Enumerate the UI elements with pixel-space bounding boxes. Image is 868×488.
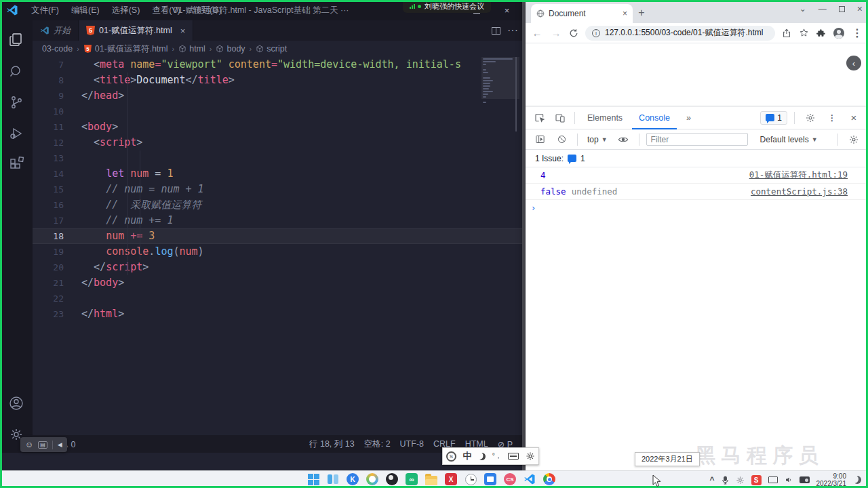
task-view-button[interactable] [326, 472, 340, 486]
source-link[interactable]: contentScript.js:38 [751, 186, 859, 197]
devtools-close-icon[interactable]: × [845, 109, 863, 127]
app-ring-icon[interactable] [366, 472, 379, 486]
menu-item[interactable]: ··· [228, 0, 249, 20]
code-line[interactable]: 15 // num = num + 1 [33, 182, 522, 197]
code-line[interactable]: 14 let num = 1 [33, 166, 522, 182]
extensions-icon[interactable] [0, 149, 33, 180]
clear-console-icon[interactable] [553, 131, 570, 148]
code-line[interactable]: 9</head> [33, 88, 522, 104]
minimize-button[interactable]: — [818, 4, 827, 14]
tab-elements[interactable]: Elements [580, 106, 629, 129]
back-icon[interactable]: ← [531, 27, 543, 39]
explorer-icon[interactable] [0, 24, 33, 56]
more-panels-icon[interactable]: » [679, 106, 698, 129]
sogou-tray-icon[interactable]: S [751, 475, 762, 485]
tray-clock[interactable]: 9:002022/3/21 [816, 472, 847, 487]
camera-icon[interactable] [800, 476, 810, 483]
code-line[interactable]: 12 <script> [33, 135, 522, 150]
browser-tab[interactable]: Document × [531, 4, 633, 23]
status-item[interactable]: UTF-8 [400, 439, 424, 449]
console-settings-icon[interactable] [845, 131, 863, 148]
menu-dots-icon[interactable]: ⋮ [852, 26, 863, 39]
code-line[interactable]: 8 <title>Document</title> [33, 73, 522, 88]
tab-close-icon[interactable]: × [623, 9, 627, 18]
night-mode-moon-icon[interactable] [853, 476, 861, 484]
breadcrumb-folder[interactable]: 03-code [42, 44, 73, 54]
breadcrumb[interactable]: 03-code › 5 01-赋值运算符.html › html › body … [33, 41, 522, 57]
chrome-taskbar-icon[interactable] [542, 472, 556, 486]
tab-console[interactable]: Console [632, 106, 677, 129]
code-line[interactable]: 21</body> [33, 275, 522, 291]
code-line[interactable]: 23</html> [33, 306, 522, 322]
console-sidebar-icon[interactable] [531, 131, 549, 148]
code-line[interactable]: 11<body> [33, 119, 522, 135]
annotation-toolbar[interactable]: ☺ ▤ ◀ [20, 437, 67, 452]
menu-item[interactable]: 编辑(E) [65, 0, 106, 20]
code-line[interactable]: 20 </script> [33, 260, 522, 275]
menu-item[interactable]: 转到(G) [186, 0, 228, 20]
editor-scrollbar[interactable] [515, 57, 517, 131]
sogou-logo-icon[interactable]: S [446, 451, 456, 462]
menu-item[interactable]: 文件(F) [25, 0, 65, 20]
status-item[interactable]: 空格: 2 [364, 439, 391, 450]
new-tab-button[interactable]: + [633, 4, 650, 22]
log-levels-selector[interactable]: Default levels▼ [757, 135, 821, 144]
keyboard-icon[interactable] [508, 453, 519, 460]
ime-toolbar[interactable]: S 中 °， [442, 447, 539, 465]
collapse-arrow-icon[interactable]: ◀ [58, 441, 62, 448]
address-bar[interactable]: i 127.0.0.1:5500/03-code/01-赋值运算符.html [585, 26, 775, 41]
microphone-icon[interactable] [722, 476, 729, 485]
split-editor-icon[interactable] [492, 27, 500, 35]
code-line[interactable]: 18 num += 3 [33, 228, 522, 244]
forward-icon[interactable]: → [550, 27, 562, 39]
punctuation-icon[interactable]: °， [492, 451, 502, 461]
devtools-settings-icon[interactable] [802, 109, 819, 127]
menu-item[interactable]: 查看(V) [146, 0, 186, 20]
breadcrumb-script[interactable]: script [267, 44, 287, 54]
code-line[interactable]: 22 [33, 291, 522, 306]
account-icon[interactable] [0, 388, 33, 419]
bookmark-star-icon[interactable] [799, 28, 809, 38]
app-loop-icon[interactable]: ∞ [405, 472, 418, 486]
tab-close-icon[interactable]: × [180, 26, 186, 36]
app-photo-icon[interactable] [484, 472, 497, 486]
start-button[interactable] [307, 472, 320, 486]
meeting-overlay[interactable]: 刘晓强的快速会议 [403, 0, 491, 13]
close-button[interactable]: × [492, 0, 522, 20]
device-toolbar-icon[interactable] [551, 109, 569, 127]
obs-studio-icon[interactable] [385, 472, 399, 486]
console-entry[interactable]: 4 01-赋值运算符.html:19 [526, 167, 868, 184]
source-control-icon[interactable] [0, 87, 33, 118]
tab-welcome[interactable]: 开始 [33, 20, 79, 41]
console-entry[interactable]: false undefined contentScript.js:38 [526, 184, 868, 200]
code-line[interactable]: 7 <meta name="viewport" content="width=d… [33, 57, 522, 73]
menu-item[interactable]: 选择(S) [106, 0, 146, 20]
code-line[interactable]: 13 [33, 150, 522, 166]
breadcrumb-body[interactable]: body [226, 44, 245, 54]
tray-expand-icon[interactable]: ^ [709, 475, 714, 485]
tray-gear-icon[interactable] [736, 476, 745, 485]
code-line[interactable]: 10 [33, 104, 522, 119]
inspect-element-icon[interactable] [531, 109, 549, 127]
ime-mode-chinese[interactable]: 中 [462, 450, 471, 462]
run-debug-icon[interactable] [0, 118, 33, 149]
side-panel-handle[interactable]: ‹ [846, 56, 861, 70]
issues-bar[interactable]: 1 Issue: 1 [526, 150, 868, 167]
code-editor[interactable]: 7 <meta name="viewport" content="width=d… [33, 57, 522, 435]
context-selector[interactable]: top▼ [585, 135, 610, 144]
site-info-icon[interactable]: i [592, 29, 600, 37]
more-actions-icon[interactable]: ··· [507, 24, 518, 37]
ime-panel-icon[interactable]: ▤ [38, 441, 47, 449]
app-k-icon[interactable]: K [346, 472, 359, 486]
display-icon[interactable] [768, 476, 778, 483]
avatar[interactable] [833, 28, 844, 39]
code-line[interactable]: 17 // num += 1 [33, 213, 522, 228]
breadcrumb-file[interactable]: 01-赋值运算符.html [95, 43, 168, 55]
speaker-icon[interactable] [785, 476, 793, 484]
maximize-button[interactable] [839, 6, 845, 12]
emoji-icon[interactable]: ☺ [25, 440, 33, 449]
app-x-icon[interactable]: X [444, 472, 458, 486]
chevron-down-icon[interactable]: ⌄ [800, 4, 806, 14]
app-clock-icon[interactable] [464, 472, 477, 486]
vscode-taskbar-icon[interactable] [523, 472, 536, 486]
